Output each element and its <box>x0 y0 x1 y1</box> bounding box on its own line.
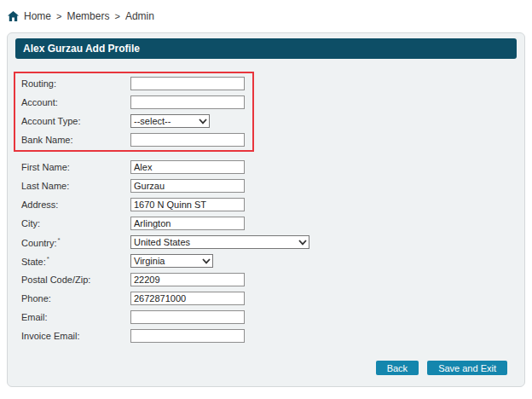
form-row-invoice-email: Invoice Email: <box>15 327 517 345</box>
profile-panel: Alex Gurzau Add Profile Routing: Account… <box>7 32 525 387</box>
form-row-last-name: Last Name: <box>15 176 517 195</box>
breadcrumb: Home > Members > Admin <box>0 0 532 25</box>
form-row-account: Account: <box>15 93 252 112</box>
form-row-city: City: <box>15 214 517 233</box>
phone-input[interactable] <box>130 292 245 305</box>
first-name-label: First Name: <box>21 162 130 172</box>
back-button[interactable]: Back <box>376 361 419 375</box>
panel-header: Alex Gurzau Add Profile <box>15 38 517 59</box>
routing-input[interactable] <box>130 77 245 90</box>
form-row-country: Country:* United States <box>15 233 517 252</box>
account-label: Account: <box>21 97 130 107</box>
last-name-input[interactable] <box>130 179 245 193</box>
country-select[interactable]: United States <box>130 235 309 249</box>
form-row-state: State:* Virginia <box>15 252 517 270</box>
invoice-email-input[interactable] <box>130 329 245 343</box>
breadcrumb-members[interactable]: Members <box>66 10 109 22</box>
first-name-input[interactable] <box>130 160 245 174</box>
state-label: State:* <box>21 255 130 267</box>
postal-code-input[interactable] <box>130 273 245 286</box>
account-type-selected-value: --select-- <box>134 116 171 126</box>
account-input[interactable] <box>130 95 245 109</box>
form-row-first-name: First Name: <box>15 158 517 176</box>
form-row-bank-name: Bank Name: <box>15 130 252 149</box>
phone-label: Phone: <box>21 293 130 304</box>
account-type-select[interactable]: --select-- <box>130 114 210 128</box>
panel-title: Alex Gurzau Add Profile <box>23 43 140 55</box>
form-row-postal-code: Postal Code/Zip: <box>15 270 517 289</box>
breadcrumb-separator: > <box>114 11 119 21</box>
invoice-email-label: Invoice Email: <box>21 331 130 341</box>
form-footer: Back Save and Exit <box>15 361 517 375</box>
form-row-phone: Phone: <box>15 289 517 308</box>
required-marker: * <box>58 236 61 244</box>
country-selected-value: United States <box>134 237 190 247</box>
address-label: Address: <box>21 200 130 210</box>
breadcrumb-separator: > <box>56 11 61 21</box>
postal-code-label: Postal Code/Zip: <box>21 275 130 285</box>
required-marker: * <box>47 255 49 263</box>
country-label: Country:* <box>21 236 130 248</box>
state-select[interactable]: Virginia <box>130 254 213 268</box>
chevron-down-icon <box>199 119 207 124</box>
form-row-email: Email: <box>15 308 517 327</box>
home-icon[interactable] <box>8 11 19 21</box>
state-selected-value: Virginia <box>134 256 165 266</box>
bank-name-label: Bank Name: <box>21 135 130 145</box>
chevron-down-icon <box>202 258 211 264</box>
chevron-down-icon <box>298 240 307 246</box>
breadcrumb-home[interactable]: Home <box>24 10 51 22</box>
form-row-routing: Routing: <box>15 74 252 93</box>
city-label: City: <box>21 218 130 228</box>
email-label: Email: <box>21 312 130 322</box>
bank-fields-highlight: Routing: Account: Account Type: --select… <box>14 72 254 152</box>
city-input[interactable] <box>130 217 245 230</box>
save-and-exit-button[interactable]: Save and Exit <box>427 361 507 375</box>
profile-form: Routing: Account: Account Type: --select… <box>15 72 517 375</box>
email-input[interactable] <box>130 310 245 324</box>
address-input[interactable] <box>130 198 245 211</box>
account-type-label: Account Type: <box>21 116 130 126</box>
breadcrumb-admin[interactable]: Admin <box>125 10 154 22</box>
form-row-account-type: Account Type: --select-- <box>15 112 252 130</box>
form-row-address: Address: <box>15 195 517 214</box>
routing-label: Routing: <box>21 78 130 89</box>
bank-name-input[interactable] <box>130 133 245 147</box>
last-name-label: Last Name: <box>21 181 130 191</box>
